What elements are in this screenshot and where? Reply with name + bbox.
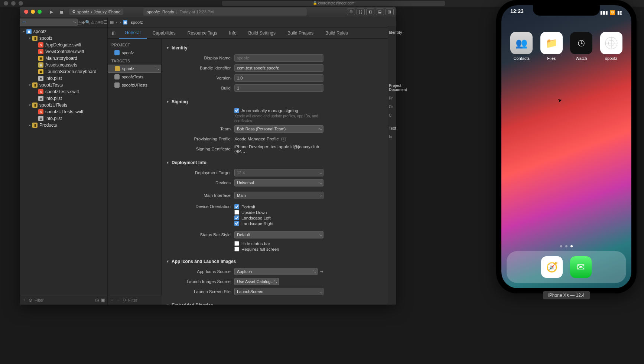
status-bar-select[interactable]: Default: [234, 231, 323, 238]
zoom-window-button[interactable]: [38, 10, 42, 14]
targets-filter-input[interactable]: [128, 298, 179, 302]
disclosure-icon[interactable]: ▼: [166, 161, 169, 165]
file-row[interactable]: ▣Assets.xcassets: [20, 62, 107, 68]
file-row[interactable]: sspoofzUITests.swift: [20, 108, 107, 115]
app-files[interactable]: 📁Files: [539, 32, 564, 61]
info-icon[interactable]: i: [281, 137, 286, 142]
mouse-cursor: ➤: [557, 97, 563, 104]
tab-build-phases[interactable]: Build Phases: [282, 27, 319, 39]
general-settings-form[interactable]: ▼Identity Display Name Bundle Identifier…: [162, 39, 396, 305]
target-row[interactable]: spoofz: [108, 65, 161, 73]
folder-row[interactable]: ▾▮spoofzTests: [20, 82, 107, 88]
toggle-right-panel[interactable]: ◨: [386, 9, 394, 15]
app-messages[interactable]: ✉︎: [570, 256, 592, 278]
jump-bar[interactable]: ▦ ‹ › ▣spoofz: [108, 17, 396, 27]
related-items-icon[interactable]: ▦: [110, 20, 114, 25]
jump-bar-path[interactable]: ▣spoofz: [123, 20, 143, 25]
remove-target-icon[interactable]: －: [116, 297, 120, 303]
portrait-checkbox[interactable]: Portrait: [234, 204, 323, 209]
navigator-filter-input[interactable]: [35, 298, 93, 302]
scheme-icon: ⚙︎: [72, 9, 76, 14]
disclosure-icon[interactable]: ▼: [166, 303, 169, 305]
file-row[interactable]: ▣LaunchScreen.storyboard: [20, 68, 107, 75]
code-review-button[interactable]: { }: [357, 9, 365, 15]
bundle-id-input[interactable]: [234, 64, 323, 72]
project-row[interactable]: spoofz: [108, 49, 161, 57]
tab-general[interactable]: General: [119, 27, 147, 39]
tab-info[interactable]: Info: [223, 27, 243, 39]
requires-full-screen-checkbox[interactable]: Requires full screen: [234, 247, 323, 251]
page-dots[interactable]: [501, 245, 631, 247]
tab-build-settings[interactable]: Build Settings: [243, 27, 282, 39]
tab-capabilities[interactable]: Capabilities: [147, 27, 182, 39]
auto-signing-checkbox[interactable]: Automatically manage signing: [234, 108, 323, 113]
goto-asset-icon[interactable]: ➜: [320, 269, 323, 274]
landscape-right-checkbox[interactable]: Landscape Right: [234, 221, 323, 226]
recent-filter-icon[interactable]: ◷: [95, 298, 99, 303]
file-tree[interactable]: ▾▣spoofz ▾▮spoofz sAppDelegate.swift sVi…: [20, 27, 107, 295]
project-root[interactable]: ▾▣spoofz: [20, 28, 107, 35]
file-row[interactable]: sAppDelegate.swift: [20, 42, 107, 48]
folder-row[interactable]: ▾▮spoofz: [20, 35, 107, 42]
devices-select[interactable]: Universal: [234, 179, 323, 186]
scm-filter-icon[interactable]: ▣: [101, 298, 105, 303]
phone-screen[interactable]: 12:23 ▮▮▮🛜▮▯ 👥Contacts 📁Files ⌚︎Watch sp…: [501, 5, 631, 288]
disclosure-icon[interactable]: ▼: [166, 100, 169, 104]
target-row[interactable]: spoofzTests: [108, 73, 161, 81]
close-window-button[interactable]: [24, 10, 28, 14]
file-row[interactable]: ≣Info.plist: [20, 75, 107, 82]
deployment-target-combo[interactable]: 12.4: [234, 169, 323, 176]
app-spoofz[interactable]: spoofz: [599, 32, 624, 61]
disclosure-icon[interactable]: ▼: [166, 260, 169, 263]
show-targets-toggle[interactable]: ◧: [108, 30, 119, 36]
forward-button[interactable]: ›: [120, 20, 121, 25]
app-watch[interactable]: ⌚︎Watch: [569, 32, 593, 61]
app-safari[interactable]: 🧭: [541, 256, 563, 278]
symbol-navigator-tab[interactable]: ◆: [82, 20, 85, 25]
launch-screen-combo[interactable]: LaunchScreen: [234, 288, 323, 295]
minimize-window-button[interactable]: [31, 10, 35, 14]
hide-status-bar-checkbox[interactable]: Hide status bar: [234, 241, 323, 246]
add-icon[interactable]: ＋: [22, 297, 26, 303]
source-control-navigator-tab[interactable]: ◳: [78, 20, 82, 25]
display-name-input[interactable]: [234, 54, 323, 62]
file-row[interactable]: ▣Main.storyboard: [20, 55, 107, 62]
stop-button[interactable]: ◼: [56, 8, 67, 16]
version-input[interactable]: [234, 74, 323, 82]
report-navigator-tab[interactable]: ☰: [103, 20, 107, 25]
issue-navigator-tab[interactable]: ⚠: [91, 20, 95, 25]
find-navigator-tab[interactable]: 🔍: [85, 20, 91, 25]
upside-down-checkbox[interactable]: Upside Down: [234, 210, 323, 215]
use-asset-catalog-button[interactable]: Use Asset Catalog…: [234, 278, 279, 285]
toggle-bottom-panel[interactable]: ⬓: [376, 9, 384, 15]
folder-row[interactable]: ▸▮Products: [20, 122, 107, 129]
back-button[interactable]: ‹: [116, 20, 117, 25]
tab-build-rules[interactable]: Build Rules: [319, 27, 354, 39]
main-interface-combo[interactable]: Main: [234, 192, 323, 199]
folder-row[interactable]: ▾▮spoofzUITests: [20, 102, 107, 108]
target-row[interactable]: spoofzUITests: [108, 81, 161, 89]
tab-resource-tags[interactable]: Resource Tags: [182, 27, 223, 39]
test-navigator-tab[interactable]: ◇: [95, 20, 98, 25]
add-target-icon[interactable]: ＋: [110, 297, 114, 303]
file-row[interactable]: sspoofzTests.swift: [20, 88, 107, 95]
scheme-selector[interactable]: ⚙︎ spoofz › Jeauxy iPhone: [69, 9, 123, 15]
team-select[interactable]: Bob Ross (Personal Team): [234, 125, 323, 133]
file-row[interactable]: ≣Info.plist: [20, 95, 107, 102]
debug-navigator-tab[interactable]: ≡: [98, 20, 101, 25]
breakpoint-navigator-tab[interactable]: ⎊: [101, 20, 103, 25]
window-traffic-lights[interactable]: [24, 10, 42, 14]
file-row[interactable]: sViewController.swift: [20, 48, 107, 55]
build-input[interactable]: [234, 84, 323, 92]
file-name: Info.plist: [45, 96, 62, 101]
toggle-left-panel[interactable]: ◧: [366, 9, 374, 15]
landscape-left-checkbox[interactable]: Landscape Left: [234, 215, 323, 220]
navigator-selector-bar[interactable]: ▭ ◳ ◆ 🔍 ⚠ ◇ ≡ ⎊ ☰: [20, 17, 107, 27]
file-row[interactable]: ≣Info.plist: [20, 115, 107, 122]
app-icons-select[interactable]: AppIcon: [234, 268, 318, 275]
project-navigator-tab[interactable]: ▭: [20, 19, 78, 26]
editor-mode-standard[interactable]: ⊞: [347, 9, 355, 15]
run-button[interactable]: ▶: [46, 8, 56, 16]
disclosure-icon[interactable]: ▼: [166, 46, 169, 50]
app-contacts[interactable]: 👥Contacts: [509, 32, 534, 61]
